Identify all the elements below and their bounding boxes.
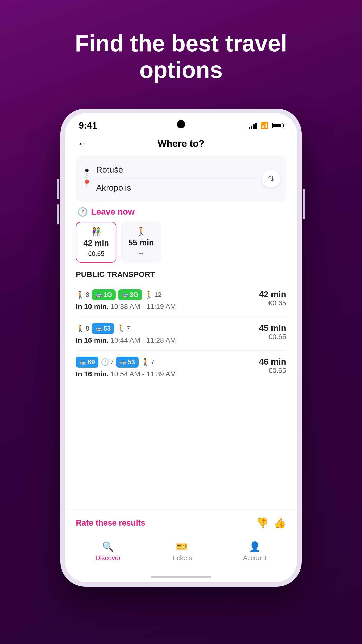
mode-transit[interactable]: 👫 42 min €0.65 [76,222,116,263]
volume-down-button [57,204,59,224]
route-icons: 📍 [82,169,92,189]
bus-icon-3: 🚌 [95,325,102,332]
transit-price: €0.65 [88,250,104,258]
home-bar [151,576,211,578]
nav-title: Where to? [158,138,204,149]
nav-tickets[interactable]: 🎫 Tickets [172,541,192,562]
account-icon: 👤 [249,541,261,552]
discover-label: Discover [95,554,121,562]
clock-wait-icon: 🕐 [101,358,109,366]
back-button[interactable]: ← [77,138,87,149]
transport-right-3: 46 min €0.65 [259,357,286,375]
bus-icon-5: 🚌 [120,359,126,365]
mode-selector: 👫 42 min €0.65 🚶 55 min -- [65,222,297,268]
duration-1: 42 min [259,289,286,299]
route-row-3: 🚌 89 🕐 7 🚌 53 [76,357,259,368]
price-1: €0.65 [259,299,286,307]
route-row-2: 🚶 8 🚌 53 🚶 7 [76,323,259,334]
to-pin-icon: 📍 [82,179,92,189]
wait-badge-3: 🕐 7 [101,358,114,366]
duration-2: 45 min [259,323,286,333]
walk-price: -- [139,249,143,257]
walk-time: 55 min [128,238,154,247]
bus-badge-53: 🚌 53 [92,323,114,334]
walk-num-e3: 7 [151,358,154,366]
from-dot [85,169,89,172]
volume-up-button [57,179,59,199]
time-range-2: 10:44 AM - 11:28 AM [110,336,176,344]
status-time: 9:41 [79,120,97,131]
route-container: 📍 Rotušė Akropolis ⇅ [76,156,286,202]
to-field[interactable]: Akropolis [96,179,258,197]
rate-buttons: 👎 👍 [256,517,286,529]
walk-num-2: 8 [86,325,89,332]
thumbs-down-button[interactable]: 👎 [256,517,268,529]
tickets-icon: 🎫 [176,541,188,552]
power-button [303,189,305,219]
account-label: Account [243,554,267,562]
walk-icon: 🚶 [136,226,146,236]
bus-icon-4: 🚌 [79,359,86,365]
bus-icon-2: 🚌 [122,291,128,298]
from-field[interactable]: Rotušė [96,161,258,179]
transport-left-2: 🚶 8 🚌 53 🚶 7 [76,323,259,344]
bus-badge-3g: 🚌 3G [118,289,142,300]
walk-end-2: 🚶 7 [117,324,130,333]
price-3: €0.65 [259,367,286,375]
walk-start-2: 🚶 8 [76,324,89,333]
walk-icon-e1: 🚶 [145,291,153,299]
walk-icon-e3: 🚶 [141,358,150,366]
status-icons: 📶 [249,122,283,129]
transport-right-2: 45 min €0.65 [259,323,286,341]
mode-walk[interactable]: 🚶 55 min -- [121,222,161,263]
time-range-1: 10:38 AM - 11:19 AM [110,303,176,310]
in-time-2: In 16 min. [76,336,108,344]
bus-label-5: 53 [128,358,135,366]
leave-now-row[interactable]: 🕐 Leave now [65,202,297,222]
transport-time-2: In 16 min. 10:44 AM - 11:28 AM [76,336,259,344]
nav-account[interactable]: 👤 Account [243,541,267,562]
route-fields[interactable]: Rotušė Akropolis [96,161,258,197]
swap-button[interactable]: ⇅ [262,170,280,188]
bus-badge-89: 🚌 89 [76,357,98,368]
walk-end-3: 🚶 7 [141,358,154,366]
route-dots [86,173,87,178]
transport-time-1: In 10 min. 10:38 AM - 11:19 AM [76,303,259,311]
nav-discover[interactable]: 🔍 Discover [95,541,121,562]
bottom-nav: 🔍 Discover 🎫 Tickets 👤 Account [65,536,297,572]
walk-num-1: 8 [86,291,89,299]
walk-icon-e2: 🚶 [117,324,125,333]
bus-icon-1: 🚌 [95,291,102,298]
rate-section: Rate these results 👎 👍 [65,510,297,536]
top-nav: ← Where to? [65,133,297,153]
walk-icon-1: 🚶 [76,291,85,299]
transport-item[interactable]: 🚌 89 🕐 7 🚌 53 [76,351,286,384]
wait-time-3: 7 [110,358,114,366]
transit-time: 42 min [83,238,109,248]
thumbs-up-button[interactable]: 👍 [274,517,286,529]
rate-text: Rate these results [76,518,145,528]
price-2: €0.65 [259,333,286,341]
bus-label-3: 53 [103,325,111,332]
page-title: Find the best travel options [75,30,287,84]
duration-3: 46 min [259,357,286,367]
transport-time-3: In 16 min. 10:54 AM - 11:39 AM [76,370,259,378]
clock-icon: 🕐 [77,207,88,217]
transport-item[interactable]: 🚶 8 🚌 53 🚶 7 [76,317,286,351]
bus-label-1: 1G [103,291,112,299]
transit-icon: 👫 [91,227,101,236]
camera-notch [177,120,185,128]
bus-badge-1g: 🚌 1G [92,289,116,300]
walk-end-1: 🚶 12 [145,291,162,299]
bus-label-4: 89 [87,358,95,366]
wifi-icon: 📶 [260,122,268,129]
discover-icon: 🔍 [102,541,114,552]
transport-list: 🚶 8 🚌 1G 🚌 3G [65,283,297,510]
in-time-3: In 16 min. [76,370,108,378]
battery-icon [272,123,283,128]
leave-now-text: Leave now [91,207,135,217]
walk-num-e2: 7 [126,325,130,332]
bus-badge-53b: 🚌 53 [116,357,139,368]
time-range-3: 10:54 AM - 11:39 AM [110,370,176,378]
transport-item[interactable]: 🚶 8 🚌 1G 🚌 3G [76,283,286,317]
